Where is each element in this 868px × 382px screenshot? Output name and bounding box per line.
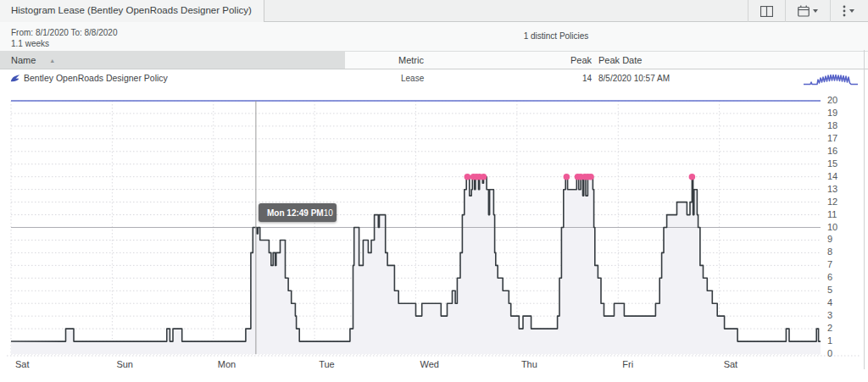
x-tick-label: Thu: [521, 359, 537, 369]
split-view-button[interactable]: [748, 0, 785, 22]
column-header-metric[interactable]: Metric: [398, 52, 424, 69]
y-tick-label: 5: [827, 285, 832, 295]
y-tick-label: 18: [827, 120, 837, 130]
peak-dot: [564, 174, 570, 180]
column-header-peak-date[interactable]: Peak Date: [598, 52, 642, 69]
y-tick-label: 9: [827, 234, 832, 244]
y-tick-label: 1: [827, 335, 832, 346]
tooltip-time-label: Mon 12:49 PM: [267, 208, 324, 218]
y-tick-label: 10: [827, 222, 837, 232]
sort-ascending-icon: ▲: [49, 58, 55, 64]
policy-metric: Lease: [401, 69, 424, 87]
window-title: Histogram Lease (Bentley OpenRoads Desig…: [11, 5, 252, 15]
table-row[interactable]: Bentley OpenRoads Designer Policy Lease …: [0, 69, 868, 88]
column-header-name[interactable]: Name▲: [0, 52, 345, 69]
y-tick-label: 14: [827, 171, 837, 181]
table-header-row: Name▲ Metric Peak Peak Date: [0, 52, 868, 69]
histogram-plot: [0, 88, 868, 382]
x-tick-label: Sat: [15, 359, 30, 369]
policy-name: Bentley OpenRoads Designer Policy: [24, 69, 168, 87]
x-tick-label: Fri: [622, 359, 633, 369]
column-header-peak[interactable]: Peak: [509, 52, 592, 69]
x-tick-label: Wed: [420, 359, 439, 369]
y-tick-label: 0: [827, 348, 832, 358]
y-tick-label: 6: [827, 272, 832, 282]
policy-peak: 14: [509, 69, 592, 87]
info-bar: From: 8/1/2020 To: 8/8/2020 1.1 weeks 1 …: [0, 22, 868, 52]
peak-dot: [481, 174, 487, 180]
y-tick-label: 3: [827, 310, 832, 320]
chevron-down-icon: [813, 9, 818, 13]
peak-dot: [587, 174, 594, 180]
tooltip-value: 10: [324, 208, 333, 218]
y-tick-label: 13: [827, 184, 837, 194]
y-tick-label: 20: [827, 95, 837, 105]
more-options-button[interactable]: [830, 0, 866, 22]
chart-area[interactable]: Mon 12:49 PM 10 012345678910111213141516…: [0, 88, 868, 382]
panel-divider: [864, 50, 865, 369]
x-tick-label: Mon: [218, 359, 236, 369]
distinct-count-label: 1 distinct Policies: [524, 31, 589, 41]
date-range-button[interactable]: [785, 0, 830, 22]
bentley-logo-icon: [10, 74, 20, 84]
date-range-label: From: 8/1/2020 To: 8/8/2020: [11, 28, 117, 37]
y-tick-label: 16: [827, 146, 837, 156]
y-tick-label: 4: [827, 297, 832, 307]
sparkline-chart: [804, 71, 858, 87]
calendar-icon: [798, 5, 810, 17]
y-tick-label: 19: [827, 108, 837, 118]
y-tick-label: 7: [827, 259, 832, 269]
y-tick-label: 15: [827, 158, 837, 169]
policy-peak-date: 8/5/2020 10:57 AM: [598, 69, 670, 87]
window-title-tab[interactable]: Histogram Lease (Bentley OpenRoads Desig…: [0, 0, 264, 22]
chart-tooltip: Mon 12:49 PM 10: [259, 203, 337, 222]
toolbar: [748, 0, 866, 22]
histogram-window: Histogram Lease (Bentley OpenRoads Desig…: [0, 0, 868, 382]
peak-dot: [465, 174, 471, 180]
y-tick-label: 11: [827, 209, 837, 219]
sparkline-path: [804, 75, 858, 85]
y-tick-label: 8: [827, 246, 832, 257]
y-tick-label: 12: [827, 197, 837, 207]
columns-icon: [760, 6, 773, 17]
x-tick-label: Sat: [724, 359, 738, 369]
x-tick-label: Tue: [319, 359, 335, 369]
window-topbar: Histogram Lease (Bentley OpenRoads Desig…: [0, 0, 868, 22]
name-header-label: Name: [11, 55, 36, 65]
y-tick-label: 17: [827, 133, 837, 143]
duration-label: 1.1 weeks: [11, 39, 49, 48]
chevron-down-icon: [849, 9, 854, 13]
kebab-menu-icon: [843, 5, 846, 17]
x-tick-label: Sun: [116, 359, 133, 369]
y-tick-label: 2: [827, 323, 832, 333]
peak-dot: [689, 174, 696, 180]
